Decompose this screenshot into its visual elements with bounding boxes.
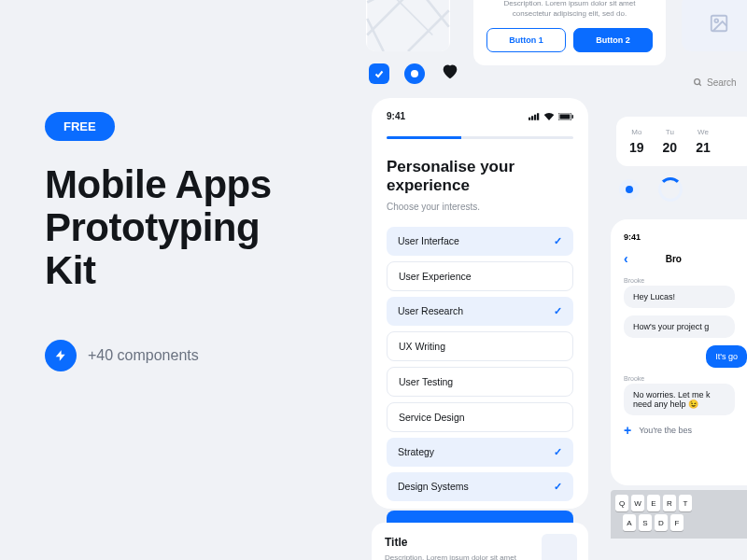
day-of-week: We [696, 128, 711, 136]
keyboard-key[interactable]: S [639, 514, 652, 531]
free-badge: FREE [45, 112, 115, 141]
interest-label: User Experience [399, 271, 472, 282]
day-number: 21 [696, 140, 711, 155]
title-card: Title Description. Lorem ipsum dolor sit… [372, 523, 588, 560]
day-of-week: Mo [629, 128, 644, 136]
status-icons [529, 113, 573, 120]
keyboard-key[interactable]: F [670, 514, 684, 531]
status-time: 9:41 [387, 111, 405, 121]
keyboard-key[interactable]: Q [615, 495, 628, 511]
check-icon: ✓ [554, 481, 562, 493]
image-placeholder [682, 0, 747, 51]
keyboard-key[interactable]: R [663, 495, 676, 511]
chat-bubble: How's your project g [624, 315, 735, 338]
interest-item[interactable]: UX Writing [387, 331, 573, 361]
interest-item[interactable]: User Interface✓ [387, 227, 573, 256]
keyboard-key[interactable]: D [655, 514, 668, 531]
map-fragment [366, 0, 450, 51]
chat-messages: BrookeHey Lucas!How's your project gIt's… [624, 277, 747, 415]
plus-icon[interactable]: + [624, 423, 631, 438]
interest-label: Strategy [398, 446, 434, 457]
chat-bubble: It's go [706, 345, 747, 368]
phone-subtitle: Choose your interests. [387, 202, 573, 212]
popup-description: Description. Lorem ipsum dolor sit amet … [486, 0, 653, 19]
svg-rect-7 [534, 114, 536, 119]
chat-status-time: 9:41 [624, 232, 747, 242]
chat-input[interactable]: + You're the bes [624, 423, 747, 438]
controls-row [369, 61, 460, 86]
interest-label: UX Writing [399, 341, 445, 352]
interest-label: Design Systems [398, 481, 469, 492]
headline: Mobile Apps Prototyping Kit [45, 163, 344, 293]
interest-item[interactable]: Design Systems✓ [387, 472, 573, 501]
interest-item[interactable]: User Research✓ [387, 297, 573, 326]
component-count: +40 components [88, 347, 199, 364]
interest-label: User Interface [398, 235, 459, 246]
keyboard: QWERT ASDF [611, 490, 747, 539]
headline-line-3: Kit [45, 249, 344, 292]
popup-button-2[interactable]: Button 2 [573, 28, 653, 52]
day-of-week: Tu [663, 128, 678, 136]
interest-item[interactable]: Strategy✓ [387, 438, 573, 467]
check-icon: ✓ [554, 446, 562, 458]
phone-mockup: 9:41 Personalise your experience Choose … [372, 98, 588, 509]
radio-light[interactable] [619, 179, 640, 200]
subtext-row: +40 components [45, 340, 344, 371]
hero-panel: FREE Mobile Apps Prototyping Kit +40 com… [45, 112, 344, 371]
status-bar: 9:41 [387, 111, 573, 121]
calendar-day[interactable]: We21 [696, 128, 711, 155]
interest-item[interactable]: Service Design [387, 402, 573, 432]
interest-label: User Research [398, 305, 463, 316]
keyboard-key[interactable]: T [679, 495, 692, 511]
calendar-day[interactable]: Mo19 [629, 128, 644, 155]
spinner-icon [658, 177, 683, 202]
interest-label: User Testing [399, 376, 453, 387]
svg-rect-10 [559, 114, 570, 119]
keyboard-key[interactable]: A [623, 514, 636, 531]
keyboard-key[interactable]: E [647, 495, 660, 511]
keyboard-key[interactable]: W [631, 495, 644, 511]
chat-bubble: No worries. Let me k need any help 😉 [624, 384, 735, 415]
heart-icon[interactable] [440, 61, 460, 86]
interest-item[interactable]: User Testing [387, 367, 573, 397]
search-placeholder: Search [707, 77, 737, 88]
message-sender: Brooke [624, 277, 747, 284]
svg-rect-11 [572, 115, 573, 119]
check-icon: ✓ [554, 235, 562, 247]
back-icon[interactable]: ‹ [624, 251, 628, 266]
progress-bar [387, 136, 573, 139]
svg-point-3 [695, 79, 700, 85]
spinner-row [619, 177, 683, 202]
message-sender: Brooke [624, 375, 747, 382]
interest-item[interactable]: User Experience [387, 261, 573, 291]
svg-rect-6 [531, 116, 533, 120]
interest-label: Service Design [399, 412, 465, 423]
search-input[interactable]: Search [684, 70, 747, 94]
day-number: 19 [629, 140, 644, 155]
checkbox-checked[interactable] [369, 63, 389, 84]
svg-line-4 [699, 84, 701, 86]
headline-line-2: Prototyping [45, 206, 344, 249]
phone-title: Personalise your experience [387, 158, 573, 196]
calendar-day[interactable]: Tu20 [663, 128, 678, 155]
svg-point-2 [714, 19, 718, 22]
headline-line-1: Mobile Apps [45, 163, 344, 206]
popup-button-1[interactable]: Button 1 [486, 28, 566, 52]
calendar-card: Mo19Tu20We21 [616, 117, 747, 166]
bolt-icon [45, 340, 77, 371]
interest-list: User Interface✓User ExperienceUser Resea… [387, 227, 573, 501]
chat-mockup: 9:41 ‹ Bro BrookeHey Lucas!How's your pr… [611, 219, 747, 485]
title-card-image-placeholder [542, 534, 577, 560]
check-icon: ✓ [554, 305, 562, 317]
popup-card: Title Description. Lorem ipsum dolor sit… [473, 0, 666, 65]
radio-selected[interactable] [404, 63, 425, 84]
day-number: 20 [663, 140, 678, 155]
svg-rect-5 [529, 117, 530, 119]
chat-contact-name: Bro [666, 254, 682, 264]
svg-rect-8 [537, 113, 539, 120]
chat-bubble: Hey Lucas! [624, 286, 735, 308]
